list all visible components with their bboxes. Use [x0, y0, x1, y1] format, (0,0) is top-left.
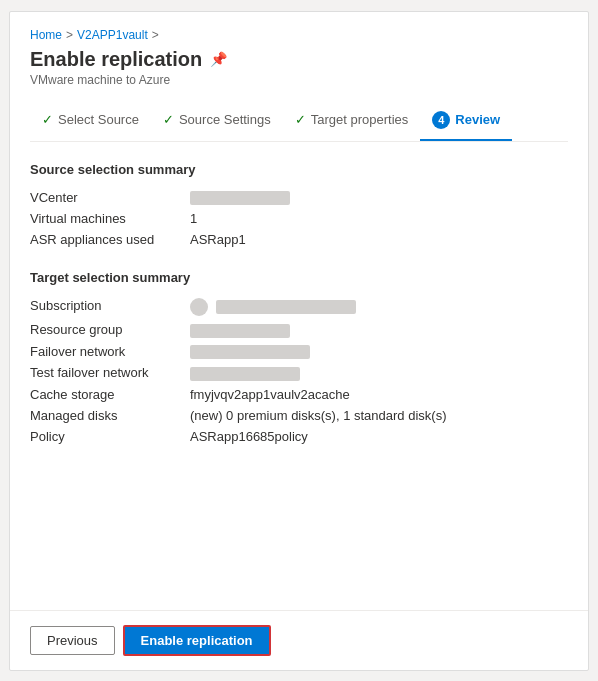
- target-value-rg: [190, 322, 568, 338]
- target-row-test-failover: Test failover network: [30, 362, 568, 384]
- source-row-vms: Virtual machines 1: [30, 208, 568, 229]
- target-label-cache-storage: Cache storage: [30, 387, 190, 402]
- breadcrumb-sep1: >: [66, 28, 73, 42]
- target-row-managed-disks: Managed disks (new) 0 premium disks(s), …: [30, 405, 568, 426]
- step-source-settings[interactable]: ✓ Source Settings: [151, 104, 283, 139]
- footer: Previous Enable replication: [10, 610, 588, 670]
- step-label-1: Select Source: [58, 112, 139, 127]
- source-value-asr: ASRapp1: [190, 232, 568, 247]
- breadcrumb-sep2: >: [152, 28, 159, 42]
- page-title: Enable replication: [30, 48, 202, 71]
- source-label-vcenter: VCenter: [30, 190, 190, 206]
- target-value-failover-network: [190, 344, 568, 360]
- step-target-properties[interactable]: ✓ Target properties: [283, 104, 421, 139]
- target-label-subscription: Subscription: [30, 298, 190, 316]
- target-row-subscription: Subscription: [30, 295, 568, 319]
- page-header: Enable replication 📌: [30, 48, 568, 71]
- step-label-4: Review: [455, 112, 500, 127]
- breadcrumb-vault[interactable]: V2APP1vault: [77, 28, 148, 42]
- source-label-vms: Virtual machines: [30, 211, 190, 226]
- step-select-source[interactable]: ✓ Select Source: [30, 104, 151, 139]
- target-value-subscription: [190, 298, 568, 316]
- step-check-1: ✓: [42, 112, 53, 127]
- target-label-policy: Policy: [30, 429, 190, 444]
- previous-button[interactable]: Previous: [30, 626, 115, 655]
- target-label-test-failover: Test failover network: [30, 365, 190, 381]
- source-row-vcenter: VCenter: [30, 187, 568, 209]
- target-label-managed-disks: Managed disks: [30, 408, 190, 423]
- target-label-rg: Resource group: [30, 322, 190, 338]
- target-value-test-failover: [190, 365, 568, 381]
- breadcrumb-home[interactable]: Home: [30, 28, 62, 42]
- source-row-asr: ASR appliances used ASRapp1: [30, 229, 568, 250]
- target-value-policy: ASRapp16685policy: [190, 429, 568, 444]
- step-label-2: Source Settings: [179, 112, 271, 127]
- source-value-vms: 1: [190, 211, 568, 226]
- target-label-failover-network: Failover network: [30, 344, 190, 360]
- pin-icon[interactable]: 📌: [210, 51, 227, 67]
- target-summary-title: Target selection summary: [30, 270, 568, 285]
- source-summary-title: Source selection summary: [30, 162, 568, 177]
- source-summary-table: VCenter Virtual machines 1 ASR appliance…: [30, 187, 568, 251]
- target-row-policy: Policy ASRapp16685policy: [30, 426, 568, 447]
- target-summary-table: Subscription Resource group Failover net…: [30, 295, 568, 447]
- step-number-4: 4: [432, 111, 450, 129]
- target-value-cache-storage: fmyjvqv2app1vaulv2acache: [190, 387, 568, 402]
- wizard-steps: ✓ Select Source ✓ Source Settings ✓ Targ…: [30, 103, 568, 142]
- enable-replication-button[interactable]: Enable replication: [123, 625, 271, 656]
- step-check-3: ✓: [295, 112, 306, 127]
- step-check-2: ✓: [163, 112, 174, 127]
- target-row-failover-network: Failover network: [30, 341, 568, 363]
- source-label-asr: ASR appliances used: [30, 232, 190, 247]
- breadcrumb: Home > V2APP1vault >: [30, 28, 568, 42]
- page-subtitle: VMware machine to Azure: [30, 73, 568, 87]
- target-row-cache-storage: Cache storage fmyjvqv2app1vaulv2acache: [30, 384, 568, 405]
- target-row-rg: Resource group: [30, 319, 568, 341]
- step-review[interactable]: 4 Review: [420, 103, 512, 141]
- target-value-managed-disks: (new) 0 premium disks(s), 1 standard dis…: [190, 408, 568, 423]
- step-label-3: Target properties: [311, 112, 409, 127]
- source-value-vcenter: [190, 190, 568, 206]
